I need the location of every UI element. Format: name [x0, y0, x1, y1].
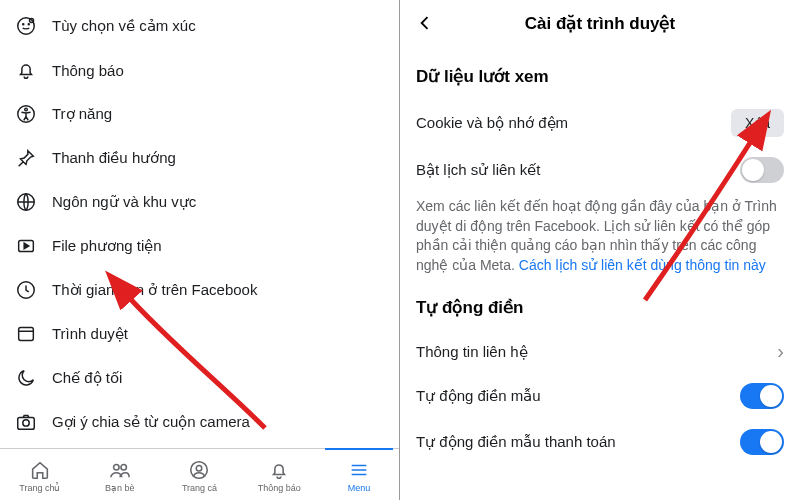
tab-profile[interactable]: Trang cá: [160, 449, 240, 500]
page-title: Cài đặt trình duyệt: [525, 13, 675, 34]
clock-icon: [14, 278, 38, 302]
home-icon: [29, 459, 51, 481]
row-reactions[interactable]: Tùy chọn về cảm xúc: [0, 4, 399, 48]
profile-icon: [188, 459, 210, 481]
clear-button[interactable]: Xóa: [731, 109, 784, 137]
row-label: Tùy chọn về cảm xúc: [52, 17, 196, 35]
tab-label: Menu: [348, 483, 371, 493]
row-label: File phương tiện: [52, 237, 162, 255]
tab-menu[interactable]: Menu: [319, 449, 399, 500]
row-label: Thời gian bạn ở trên Facebook: [52, 281, 257, 299]
tab-label: Trang cá: [182, 483, 217, 493]
row-accessibility[interactable]: Trợ năng: [0, 92, 399, 136]
tab-home[interactable]: Trang chủ: [0, 449, 80, 500]
row-link-history: Bật lịch sử liên kết: [416, 147, 784, 193]
row-cookie-cache: Cookie và bộ nhớ đệm Xóa: [416, 99, 784, 147]
row-autofill-form: Tự động điền mẫu: [416, 373, 784, 419]
svg-point-11: [23, 420, 29, 426]
svg-point-1: [23, 24, 24, 25]
row-notifications[interactable]: Thông báo: [0, 48, 399, 92]
autofill-payment-toggle[interactable]: [740, 429, 784, 455]
tab-notifications[interactable]: Thông báo: [239, 449, 319, 500]
chevron-right-icon: ›: [777, 340, 784, 363]
bottom-tabbar: Trang chủ Bạn bè Trang cá Thông báo Menu: [0, 448, 399, 500]
tab-friends[interactable]: Bạn bè: [80, 449, 160, 500]
svg-point-2: [28, 24, 29, 25]
link-history-info-link[interactable]: Cách lịch sử liên kết dùng thông tin này: [519, 257, 766, 273]
svg-point-12: [113, 465, 119, 471]
tab-label: Trang chủ: [19, 483, 60, 493]
section-browsing-data: Dữ liệu lướt xem: [416, 66, 784, 87]
link-history-description: Xem các liên kết đến hoạt động gần đây c…: [416, 197, 784, 275]
row-label: Tự động điền mẫu: [416, 387, 541, 405]
back-button[interactable]: [412, 10, 438, 36]
row-label: Trình duyệt: [52, 325, 128, 343]
section-autofill: Tự động điền: [416, 297, 784, 318]
row-label: Thanh điều hướng: [52, 149, 176, 167]
row-time[interactable]: Thời gian bạn ở trên Facebook: [0, 268, 399, 312]
row-navbar[interactable]: Thanh điều hướng: [0, 136, 399, 180]
pin-icon: [14, 146, 38, 170]
svg-rect-9: [19, 328, 34, 341]
smiley-gear-icon: [14, 14, 38, 38]
bell-icon: [268, 459, 290, 481]
link-history-toggle[interactable]: [740, 157, 784, 183]
menu-icon: [348, 459, 370, 481]
row-label: Bật lịch sử liên kết: [416, 161, 541, 179]
globe-icon: [14, 190, 38, 214]
row-label: Ngôn ngữ và khu vực: [52, 193, 196, 211]
svg-point-5: [25, 108, 28, 111]
row-camera[interactable]: Gợi ý chia sẻ từ cuộn camera: [0, 400, 399, 444]
row-media[interactable]: File phương tiện: [0, 224, 399, 268]
tab-label: Bạn bè: [105, 483, 135, 493]
row-label: Tự động điền mẫu thanh toán: [416, 433, 616, 451]
friends-icon: [109, 459, 131, 481]
tab-label: Thông báo: [258, 483, 301, 493]
browser-settings-header: Cài đặt trình duyệt: [400, 0, 800, 46]
row-browser[interactable]: Trình duyệt: [0, 312, 399, 356]
svg-point-13: [121, 465, 127, 471]
row-language[interactable]: Ngôn ngữ và khu vực: [0, 180, 399, 224]
accessibility-icon: [14, 102, 38, 126]
bell-icon: [14, 58, 38, 82]
row-label: Thông báo: [52, 62, 124, 79]
row-contact-info[interactable]: Thông tin liên hệ ›: [416, 330, 784, 373]
chevron-left-icon: [415, 13, 435, 33]
autofill-form-toggle[interactable]: [740, 383, 784, 409]
row-autofill-payment: Tự động điền mẫu thanh toán: [416, 419, 784, 465]
row-darkmode[interactable]: Chế độ tối: [0, 356, 399, 400]
camera-icon: [14, 410, 38, 434]
row-label: Thông tin liên hệ: [416, 343, 528, 361]
svg-point-15: [197, 465, 203, 471]
settings-list: Tùy chọn về cảm xúc Thông báo Trợ năng T…: [0, 0, 399, 448]
moon-icon: [14, 366, 38, 390]
svg-point-0: [18, 18, 35, 35]
media-icon: [14, 234, 38, 258]
row-label: Trợ năng: [52, 105, 112, 123]
row-label: Gợi ý chia sẻ từ cuộn camera: [52, 413, 250, 431]
row-label: Cookie và bộ nhớ đệm: [416, 114, 568, 132]
browser-icon: [14, 322, 38, 346]
row-label: Chế độ tối: [52, 369, 122, 387]
